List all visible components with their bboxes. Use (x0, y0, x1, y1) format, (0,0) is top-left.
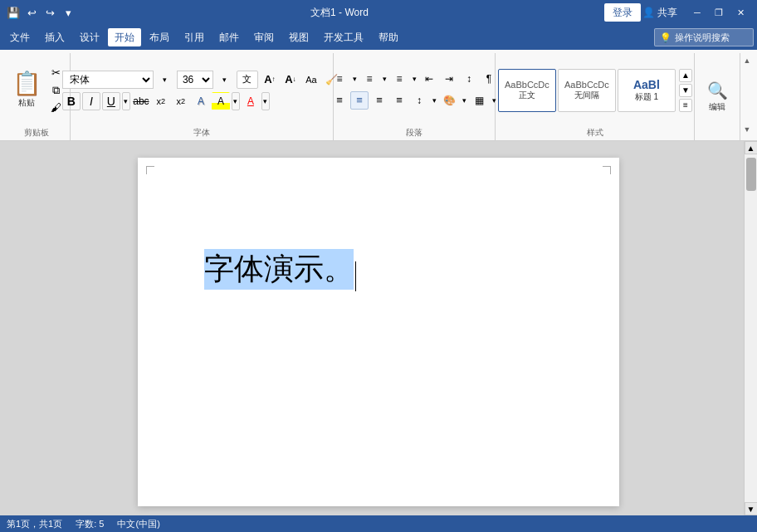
editing-content: 🔍 编辑 (698, 53, 736, 140)
paste-icon: 📋 (12, 72, 42, 95)
status-page: 第1页，共1页 (7, 518, 62, 530)
font-size-select[interactable]: 36 (177, 71, 213, 89)
paste-button[interactable]: 📋 粘贴 (8, 65, 45, 116)
strikethrough-button[interactable]: abc (132, 92, 150, 110)
status-language: 中文(中国) (117, 518, 159, 530)
menu-item-layout[interactable]: 布局 (143, 28, 176, 46)
shading-dropdown[interactable]: ▾ (460, 91, 468, 110)
font-row-2: B I U ▾ abc x2 x2 A A ▾ A ▾ (62, 92, 270, 110)
align-left-button[interactable]: ≡ (330, 91, 349, 110)
undo-icon[interactable]: ↩ (25, 6, 38, 19)
customize-icon[interactable]: ▾ (61, 6, 75, 19)
styles-group: AaBbCcDc 正文 AaBbCcDc 无间隔 AaBl 标题 1 ▲ ▼ ≡… (496, 53, 695, 140)
sort-button[interactable]: ↕ (460, 70, 478, 88)
para-row-1: ≡ ▾ ≡ ▾ ≡ ▾ ⇤ ⇥ ↕ ¶ (330, 70, 498, 88)
font-color-dropdown[interactable]: ▾ (261, 92, 270, 110)
decrease-indent-button[interactable]: ⇤ (420, 70, 438, 88)
lightbulb-icon: 💡 (660, 32, 672, 43)
increase-indent-button[interactable]: ⇥ (440, 70, 458, 88)
bullet-list-button[interactable]: ≡ (330, 70, 349, 88)
close-button[interactable]: ✕ (730, 4, 750, 21)
clipboard-content: 📋 粘贴 ✂ ⧉ 🖌 (8, 53, 65, 127)
scroll-up-arrow[interactable]: ▲ (745, 141, 758, 154)
subscript-button[interactable]: x2 (152, 92, 170, 110)
paragraph-content: ≡ ▾ ≡ ▾ ≡ ▾ ⇤ ⇥ ↕ ¶ ≡ ≡ ≡ ≡ ↕ ▾ (330, 53, 498, 127)
window-controls: 登录 👤 共享 ─ ❐ ✕ (604, 3, 750, 22)
font-family-select[interactable]: 宋体 (62, 71, 154, 89)
font-settings-icon[interactable]: 文 (237, 71, 258, 89)
ribbon-toolbar: 📋 粘贴 ✂ ⧉ 🖌 剪贴板 宋体 ▾ (0, 50, 757, 140)
style-scroll-up[interactable]: ▲ (679, 69, 692, 82)
multilevel-list-button[interactable]: ≡ (390, 70, 408, 88)
menu-item-review[interactable]: 审阅 (247, 28, 281, 46)
highlight-button[interactable]: A (212, 92, 230, 110)
line-spacing-dropdown[interactable]: ▾ (430, 91, 438, 110)
style-normal[interactable]: AaBbCcDc 正文 (498, 69, 556, 112)
bullet-dropdown[interactable]: ▾ (350, 70, 359, 88)
align-right-button[interactable]: ≡ (370, 91, 388, 110)
line-spacing-button[interactable]: ↕ (410, 91, 428, 110)
style-heading1[interactable]: AaBl 标题 1 (618, 69, 676, 112)
style-no-spacing-preview: AaBbCcDc (564, 80, 609, 90)
text-effect-button[interactable]: A (192, 92, 210, 110)
quick-access-toolbar: 💾 ↩ ↪ ▾ (7, 6, 75, 19)
multilevel-dropdown[interactable]: ▾ (410, 70, 418, 88)
redo-icon[interactable]: ↪ (43, 6, 56, 19)
font-content: 宋体 ▾ 36 ▾ 文 A↑ A↓ Aa 🧹 B I U (62, 53, 341, 127)
menu-item-design[interactable]: 设计 (73, 28, 106, 46)
menu-item-insert[interactable]: 插入 (38, 28, 71, 46)
font-color-button[interactable]: A (242, 92, 260, 110)
editing-label: 编辑 (709, 101, 725, 113)
search-box[interactable]: 💡 操作说明搜索 (654, 28, 754, 46)
menu-item-mail[interactable]: 邮件 (212, 28, 246, 46)
numbered-list-button[interactable]: ≡ (360, 70, 378, 88)
bold-button[interactable]: B (62, 92, 81, 110)
save-icon[interactable]: 💾 (7, 6, 20, 19)
numbered-dropdown[interactable]: ▾ (380, 70, 388, 88)
borders-button[interactable]: ▦ (470, 91, 488, 110)
ribbon-collapse-down[interactable]: ▼ (742, 125, 752, 134)
menu-item-view[interactable]: 视图 (282, 28, 315, 46)
shading-button[interactable]: 🎨 (440, 91, 458, 110)
document-selected-text[interactable]: 字体演示。 (204, 249, 354, 290)
menu-item-file[interactable]: 文件 (3, 28, 37, 46)
justify-button[interactable]: ≡ (390, 91, 408, 110)
para-row-2: ≡ ≡ ≡ ≡ ↕ ▾ 🎨 ▾ ▦ ▾ (330, 91, 498, 110)
font-label: 字体 (76, 127, 328, 140)
share-button[interactable]: 👤 共享 (642, 6, 677, 20)
editing-group: 🔍 编辑 编辑 (695, 53, 740, 140)
minimize-button[interactable]: ─ (687, 4, 707, 21)
editing-button[interactable]: 🔍 编辑 (698, 85, 736, 110)
size-dropdown-icon[interactable]: ▾ (216, 71, 234, 89)
align-center-button[interactable]: ≡ (350, 91, 369, 110)
style-scroll-controls: ▲ ▼ ≡ (679, 69, 692, 112)
restore-button[interactable]: ❐ (709, 4, 729, 21)
menu-item-help[interactable]: 帮助 (372, 28, 405, 46)
menu-item-home[interactable]: 开始 (108, 28, 141, 46)
change-case-button[interactable]: Aa (302, 71, 320, 89)
login-button[interactable]: 登录 (604, 3, 641, 22)
document-page[interactable]: 字体演示。 (138, 158, 619, 506)
style-no-spacing[interactable]: AaBbCcDc 无间隔 (558, 69, 616, 112)
increase-size-button[interactable]: A↑ (261, 71, 279, 89)
underline-dropdown[interactable]: ▾ (122, 92, 130, 110)
italic-button[interactable]: I (82, 92, 100, 110)
style-scroll-more[interactable]: ≡ (679, 99, 692, 112)
menu-item-references[interactable]: 引用 (178, 28, 211, 46)
menu-item-developer[interactable]: 开发工具 (317, 28, 370, 46)
scroll-down-arrow[interactable]: ▼ (745, 502, 758, 515)
superscript-button[interactable]: x2 (172, 92, 190, 110)
font-row-1: 宋体 ▾ 36 ▾ 文 A↑ A↓ Aa 🧹 (62, 71, 341, 89)
underline-button[interactable]: U (102, 92, 120, 110)
menu-right-area: 💡 操作说明搜索 (654, 28, 754, 46)
ribbon-collapse-up[interactable]: ▲ (742, 56, 752, 65)
highlight-dropdown[interactable]: ▾ (232, 92, 240, 110)
styles-label: 样式 (501, 127, 689, 140)
font-dropdown-icon[interactable]: ▾ (156, 71, 174, 89)
scroll-thumb[interactable] (746, 158, 756, 191)
status-words: 字数: 5 (76, 518, 104, 530)
text-cursor (355, 261, 356, 291)
decrease-size-button[interactable]: A↓ (281, 71, 300, 89)
style-heading1-label: 标题 1 (635, 91, 658, 103)
style-scroll-down[interactable]: ▼ (679, 84, 692, 97)
